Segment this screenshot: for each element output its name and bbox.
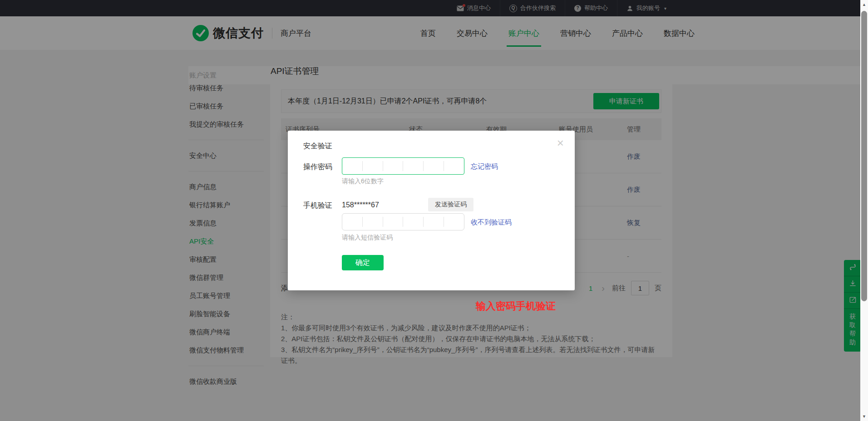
sms-digit-cell [403, 214, 423, 230]
password-hint: 请输入6位数字 [342, 177, 384, 186]
tutorial-annotation: 输入密码手机验证 [476, 299, 556, 313]
scroll-up-icon[interactable]: ▲ [860, 2, 868, 7]
sms-digit-cell [444, 214, 464, 230]
operation-password-label: 操作密码 [303, 162, 332, 172]
password-digit-cell [424, 158, 444, 174]
security-verification-modal: 安全验证 × 操作密码 忘记密码 请输入6位数字 手机验证 158******6… [288, 131, 575, 290]
scroll-down-icon[interactable]: ▼ [860, 414, 868, 419]
sms-digit-cell [342, 214, 362, 230]
password-digit-cell [403, 158, 423, 174]
no-code-link[interactable]: 收不到验证码 [471, 218, 512, 227]
forgot-password-link[interactable]: 忘记密码 [471, 162, 498, 171]
phone-verification-label: 手机验证 [303, 201, 332, 210]
modal-title: 安全验证 [303, 142, 332, 151]
sms-digit-cell [383, 214, 403, 230]
password-digit-cell [363, 158, 383, 174]
sms-digit-cell [363, 214, 383, 230]
merchant-platform-page: 消息中心Q合作伙伴搜索?帮助中心我的账号▾ 微信支付 商户平台 首页交易中心账户… [0, 0, 868, 421]
sms-digit-cell [424, 214, 444, 230]
sms-hint: 请输入短信验证码 [342, 234, 393, 242]
close-icon[interactable]: × [557, 137, 564, 149]
confirm-button[interactable]: 确定 [342, 255, 384, 270]
send-code-button[interactable]: 发送验证码 [428, 198, 473, 211]
scrollbar-thumb[interactable] [861, 11, 867, 301]
password-digit-cell [383, 158, 403, 174]
masked-phone-number: 158******67 [342, 201, 379, 209]
password-digit-cell [444, 158, 464, 174]
password-digit-cell [342, 158, 362, 174]
scrollbar[interactable]: ▲ ▼ [860, 0, 868, 421]
operation-password-input[interactable] [342, 157, 464, 175]
sms-code-input[interactable] [342, 213, 464, 230]
